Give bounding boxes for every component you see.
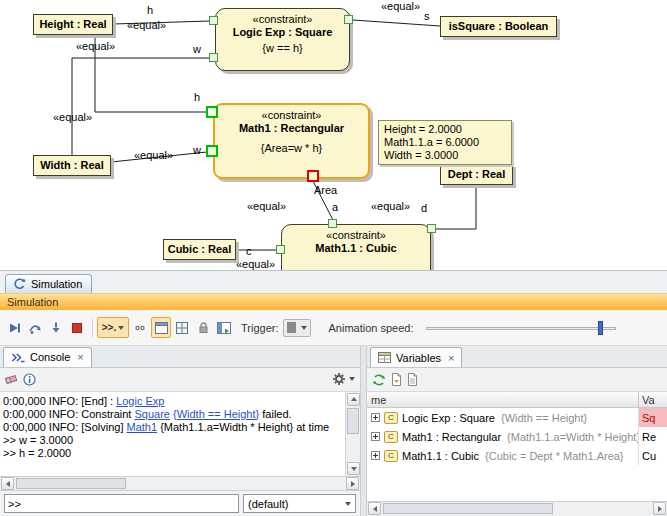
toolbar-separator	[92, 319, 93, 337]
port-a-math11[interactable]	[328, 219, 337, 228]
port-w-logicexp[interactable]	[209, 53, 218, 62]
console-line: >> w = 3.0000	[3, 434, 342, 447]
scroll-left-button[interactable]	[368, 502, 381, 515]
close-icon[interactable]: ×	[448, 352, 454, 364]
scrollbar-thumb[interactable]	[16, 478, 126, 489]
ui-mockup-toggle[interactable]	[151, 317, 171, 338]
scroll-right-button[interactable]	[653, 502, 666, 515]
console-link-logic-exp[interactable]: Logic Exp	[116, 395, 164, 407]
expand-icon[interactable]	[371, 432, 380, 441]
port-c-math11[interactable]	[276, 245, 285, 254]
tab-variables-label: Variables	[396, 352, 441, 364]
console-output: 0:00,000 INFO: [End] : Logic Exp 0:00,00…	[0, 392, 360, 478]
step-into-button[interactable]	[46, 317, 66, 338]
port-h-math1[interactable]	[206, 106, 218, 118]
console-text: 0:00,000 INFO: Constraint	[3, 408, 134, 420]
console-text: {Math1.1.a=Width * Height} at time	[157, 421, 329, 433]
row-name-cell: C Math1 : Rectangular {Math1.1.a=Width *…	[367, 427, 639, 446]
lock-toggle[interactable]	[193, 317, 213, 338]
variables-horizontal-scrollbar[interactable]	[367, 501, 667, 516]
open-ui-button[interactable]	[214, 317, 234, 338]
port-s-logicexp[interactable]	[344, 15, 353, 24]
trigger-label: Trigger:	[241, 322, 279, 334]
console-vertical-scrollbar[interactable]	[345, 392, 360, 477]
slider-track[interactable]	[426, 327, 616, 330]
run-button[interactable]	[4, 317, 24, 338]
expand-icon[interactable]	[371, 413, 380, 422]
console-context-dropdown[interactable]: (default)	[243, 494, 356, 513]
scroll-up-button[interactable]	[347, 393, 360, 406]
refresh-button[interactable]	[372, 373, 386, 387]
parametric-diagram: Height : Real isSquare : Boolean Width :…	[0, 0, 667, 270]
console-text: failed.	[259, 408, 291, 420]
tab-simulation-label: Simulation	[31, 278, 82, 290]
console-text: 0:00,000 INFO: [Solving]	[3, 421, 127, 433]
console-mode-button[interactable]: >>.	[97, 317, 129, 338]
close-icon[interactable]: ×	[77, 351, 83, 363]
port-h-logicexp[interactable]	[209, 16, 218, 25]
console-settings-button[interactable]	[332, 372, 346, 386]
scroll-left-button[interactable]	[1, 477, 14, 490]
tab-simulation[interactable]: Simulation	[5, 274, 92, 293]
table-row[interactable]: C Math1.1 : Cubic {Cubic = Dept * Math1.…	[367, 446, 667, 465]
tab-variables[interactable]: Variables ×	[370, 347, 462, 367]
stereotype-label: «constraint»	[215, 109, 368, 121]
constraint-block-icon: C	[384, 431, 398, 443]
block-height[interactable]: Height : Real	[33, 14, 113, 35]
table-row[interactable]: C Math1 : Rectangular {Math1.1.a=Width *…	[367, 427, 667, 446]
scroll-right-button[interactable]	[346, 477, 359, 490]
simulation-icon	[12, 277, 26, 290]
export-button[interactable]	[391, 373, 402, 386]
console-link-square[interactable]: Square	[134, 408, 169, 420]
row-value-cell: Sq	[639, 408, 667, 427]
console-input[interactable]	[4, 494, 239, 513]
clear-console-button[interactable]	[5, 373, 18, 385]
block-issquare[interactable]: isSquare : Boolean	[440, 16, 557, 37]
arrow-down-icon	[351, 467, 357, 471]
arrow-left-icon	[6, 481, 10, 487]
slider-handle[interactable]	[598, 321, 603, 335]
info-toggle-button[interactable]	[23, 373, 36, 386]
stereotype-label: «constraint»	[216, 13, 349, 25]
step-over-button[interactable]	[25, 317, 45, 338]
row-value-cell: Cu	[639, 446, 667, 465]
console-line: 0:00,000 INFO: Constraint Square {Width …	[3, 408, 342, 421]
constraint-math1[interactable]: «constraint» Math1 : Rectangular {Area=w…	[213, 103, 370, 179]
table-row[interactable]: C Logic Exp : Square {Width == Height} S…	[367, 408, 667, 427]
grid-toggle[interactable]	[172, 317, 192, 338]
trigger-dropdown[interactable]	[283, 319, 311, 337]
trigger-value-icon	[287, 322, 296, 333]
console-line: >> h = 2.0000	[3, 447, 342, 460]
copy-button[interactable]	[407, 373, 418, 386]
chevron-down-icon[interactable]	[349, 377, 355, 381]
scroll-down-button[interactable]	[347, 462, 360, 475]
console-toolbar	[0, 368, 360, 392]
console-horizontal-scrollbar[interactable]	[0, 477, 360, 491]
constraint-block-icon: C	[384, 450, 398, 462]
pin-label-area: Area	[314, 184, 337, 196]
tab-console[interactable]: Console ×	[3, 347, 92, 367]
row-name: Math1.1 : Cubic	[402, 450, 479, 462]
block-dept[interactable]: Dept : Real	[440, 164, 513, 185]
connector-width-logicexp	[72, 58, 209, 155]
expand-icon[interactable]	[371, 451, 380, 460]
equal-label: «equal»	[247, 200, 286, 212]
port-area-math1[interactable]	[307, 170, 319, 182]
breakpoints-toggle[interactable]	[130, 317, 150, 338]
console-link-math1[interactable]: Math1	[127, 421, 158, 433]
constraint-logic-exp[interactable]: «constraint» Logic Exp : Square {w == h}	[215, 8, 350, 71]
scrollbar-thumb[interactable]	[383, 503, 553, 514]
port-d-math11[interactable]	[427, 224, 436, 233]
row-expression: {Math1.1.a=Width * Height}	[507, 431, 639, 443]
block-cubic[interactable]: Cubic : Real	[163, 239, 236, 260]
column-header-value[interactable]: Va	[639, 392, 667, 407]
console-link-constraint[interactable]: {Width == Height}	[173, 408, 259, 420]
terminate-button[interactable]	[67, 317, 87, 338]
block-width[interactable]: Width : Real	[33, 155, 111, 176]
constraint-math11[interactable]: «constraint» Math1.1 : Cubic	[281, 224, 431, 270]
port-w-math1[interactable]	[206, 145, 218, 157]
animation-speed-slider[interactable]	[426, 320, 616, 336]
connector-dept-math11	[436, 185, 476, 229]
scrollbar-thumb[interactable]	[347, 408, 359, 434]
column-header-name[interactable]: me	[367, 392, 639, 407]
